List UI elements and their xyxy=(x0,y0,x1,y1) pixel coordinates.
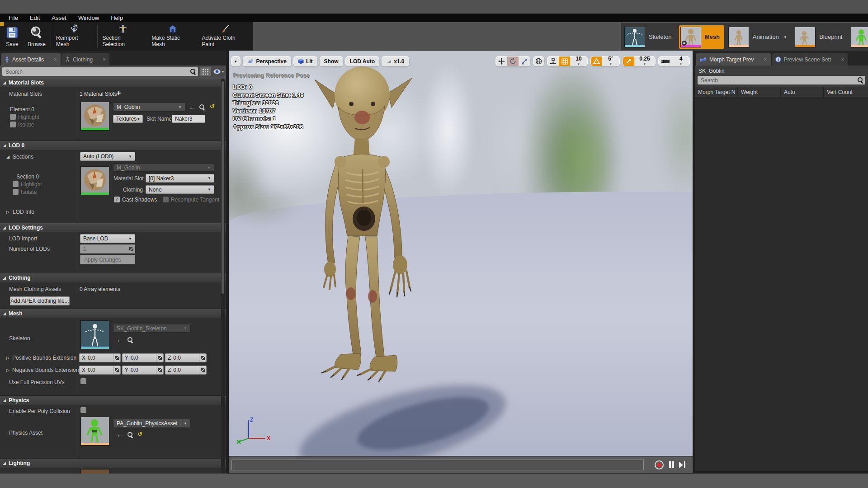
slot-name-input[interactable]: Naker3 xyxy=(172,115,205,123)
full-precision-uv-checkbox[interactable] xyxy=(80,378,86,384)
neg-bounds-x-spinner[interactable]: X0.0 xyxy=(79,366,121,375)
save-button[interactable]: Save xyxy=(1,23,24,50)
left-panel-scrollbar[interactable] xyxy=(221,79,225,474)
close-icon[interactable]: × xyxy=(764,57,767,62)
close-icon[interactable]: × xyxy=(841,57,844,62)
tab-preview-scene-settings[interactable]: Preview Scene Sett × xyxy=(772,53,848,66)
pause-button[interactable] xyxy=(669,461,674,468)
drag-spinner-icon[interactable] xyxy=(199,354,206,362)
reimport-mesh-button[interactable]: Reimport Mesh xyxy=(52,23,96,50)
cast-shadows-checkbox[interactable]: ✓ xyxy=(114,197,120,202)
scrollbar-thumb[interactable] xyxy=(222,81,224,294)
details-search-input[interactable] xyxy=(2,67,198,76)
close-icon[interactable]: × xyxy=(103,57,106,62)
mode-physics-button[interactable]: Physics xyxy=(849,25,868,49)
menu-file[interactable]: File xyxy=(3,14,24,22)
morph-search-field[interactable] xyxy=(698,76,865,84)
clothing-combo[interactable]: None▼ xyxy=(146,185,214,194)
make-static-mesh-button[interactable]: Make Static Mesh xyxy=(147,23,198,50)
browse-to-asset-icon[interactable] xyxy=(127,432,133,438)
col-auto[interactable]: Auto xyxy=(781,87,824,97)
physics-asset-thumbnail[interactable] xyxy=(80,417,109,446)
section-clothing[interactable]: ◢Clothing xyxy=(0,273,226,282)
record-button[interactable] xyxy=(655,460,664,469)
menu-edit[interactable]: Edit xyxy=(24,14,46,22)
mode-skeleton-button[interactable]: Skeleton xyxy=(623,25,676,49)
highlight-checkbox[interactable] xyxy=(10,114,16,120)
add-apex-clothing-button[interactable]: Add APEX clothing file... xyxy=(10,296,70,305)
tab-morph-target-previewer[interactable]: Morph Target Prev × xyxy=(696,53,771,66)
lod-auto-button[interactable]: LOD Auto xyxy=(345,56,380,66)
textures-combo[interactable]: Textures▼ xyxy=(113,115,143,123)
camera-speed-button[interactable] xyxy=(659,56,672,66)
use-selected-icon[interactable]: ← xyxy=(117,432,123,437)
rotate-tool-button[interactable] xyxy=(507,56,519,66)
playback-speed-button[interactable]: x1.0 xyxy=(382,56,409,66)
timeline-scrubber[interactable] xyxy=(231,460,644,470)
collapsed-arrow-icon[interactable]: ▷ xyxy=(6,356,9,360)
col-morph-target-name[interactable]: Morph Target N xyxy=(695,87,738,97)
use-selected-icon[interactable]: ← xyxy=(117,337,123,343)
highlight-checkbox[interactable] xyxy=(13,181,19,187)
animation-dropdown-arrow-icon[interactable]: ▾ xyxy=(784,35,787,39)
pos-bounds-z-spinner[interactable]: Z0.0 xyxy=(165,353,207,362)
preview-viewport[interactable]: ▾ Perspective Lit Show LOD Auto x1.0 xyxy=(229,51,693,473)
menu-asset[interactable]: Asset xyxy=(46,14,72,22)
section-physics[interactable]: ◢Physics xyxy=(0,395,226,405)
tab-clothing[interactable]: Clothing × xyxy=(61,53,109,66)
tab-asset-details[interactable]: Asset Details × xyxy=(1,53,61,66)
translate-tool-button[interactable] xyxy=(496,56,507,66)
material-thumbnail[interactable] xyxy=(80,102,109,131)
col-vert-count[interactable]: Vert Count xyxy=(824,87,868,97)
expanded-arrow-icon[interactable]: ◢ xyxy=(6,155,9,159)
scale-tool-button[interactable] xyxy=(519,56,530,66)
drag-spinner-icon[interactable] xyxy=(156,354,163,362)
camera-speed-value-button[interactable]: 4▾ xyxy=(672,56,689,66)
lod-selector-combo[interactable]: Auto (LOD0)▼ xyxy=(80,152,135,161)
section-lighting[interactable]: ◢Lighting xyxy=(0,458,226,468)
lod-import-combo[interactable]: Base LOD▼ xyxy=(80,234,135,243)
physics-asset-combo[interactable]: PA_Goblin_PhysicsAsset▼ xyxy=(113,419,191,428)
isolate-checkbox[interactable] xyxy=(13,189,19,195)
per-poly-collision-checkbox[interactable] xyxy=(80,407,86,413)
menu-help[interactable]: Help xyxy=(105,14,129,22)
skeleton-thumbnail[interactable] xyxy=(80,320,109,349)
details-search-field[interactable] xyxy=(2,67,198,76)
mode-animation-button[interactable]: Animation ▾ xyxy=(727,25,791,49)
grid-snap-value-button[interactable]: 10▾ xyxy=(570,56,587,66)
collapsed-arrow-icon[interactable]: ▷ xyxy=(6,368,9,372)
section-material-slots[interactable]: ◢Material Slots xyxy=(0,78,226,87)
view-options-button[interactable]: ▾ xyxy=(213,69,224,74)
collapsed-arrow-icon[interactable]: ▷ xyxy=(6,210,9,214)
property-matrix-button[interactable] xyxy=(200,67,211,76)
use-selected-icon[interactable]: ← xyxy=(189,104,196,110)
scale-snap-value-button[interactable]: 0.25▾ xyxy=(634,56,655,66)
morph-target-list[interactable] xyxy=(695,98,868,471)
scale-snap-toggle-button[interactable] xyxy=(623,56,634,66)
drag-spinner-icon[interactable] xyxy=(156,366,163,374)
rotation-snap-toggle-button[interactable] xyxy=(591,56,602,66)
section-lod-settings[interactable]: ◢LOD Settings xyxy=(0,223,226,232)
isolate-checkbox[interactable] xyxy=(10,122,16,127)
activate-cloth-paint-button[interactable]: Activate Cloth Paint xyxy=(198,23,252,50)
browse-button[interactable]: Browse xyxy=(24,23,50,50)
pos-bounds-x-spinner[interactable]: X0.0 xyxy=(79,353,121,362)
section-selection-button[interactable]: Section Selection xyxy=(99,23,148,50)
section-lod0[interactable]: ◢LOD 0 xyxy=(0,141,226,150)
surface-snap-button[interactable] xyxy=(547,56,559,66)
drag-spinner-icon[interactable] xyxy=(199,366,206,374)
section-material-thumbnail[interactable] xyxy=(80,166,109,195)
reset-icon[interactable]: ↺ xyxy=(210,104,215,109)
mode-mesh-button[interactable]: ★ Mesh xyxy=(679,25,724,49)
morph-search-input[interactable] xyxy=(698,76,865,84)
browse-to-asset-icon[interactable] xyxy=(199,104,205,110)
show-button[interactable]: Show xyxy=(320,56,343,66)
pos-bounds-y-spinner[interactable]: Y0.0 xyxy=(122,353,164,362)
section-mesh[interactable]: ◢Mesh xyxy=(0,309,226,318)
lit-button[interactable]: Lit xyxy=(293,56,317,66)
perspective-button[interactable]: Perspective xyxy=(243,56,291,66)
add-material-slot-button[interactable]: + xyxy=(117,90,121,96)
coordinate-system-button[interactable] xyxy=(533,56,544,66)
reset-icon[interactable]: ↺ xyxy=(137,432,142,437)
neg-bounds-z-spinner[interactable]: Z0.0 xyxy=(165,366,207,375)
